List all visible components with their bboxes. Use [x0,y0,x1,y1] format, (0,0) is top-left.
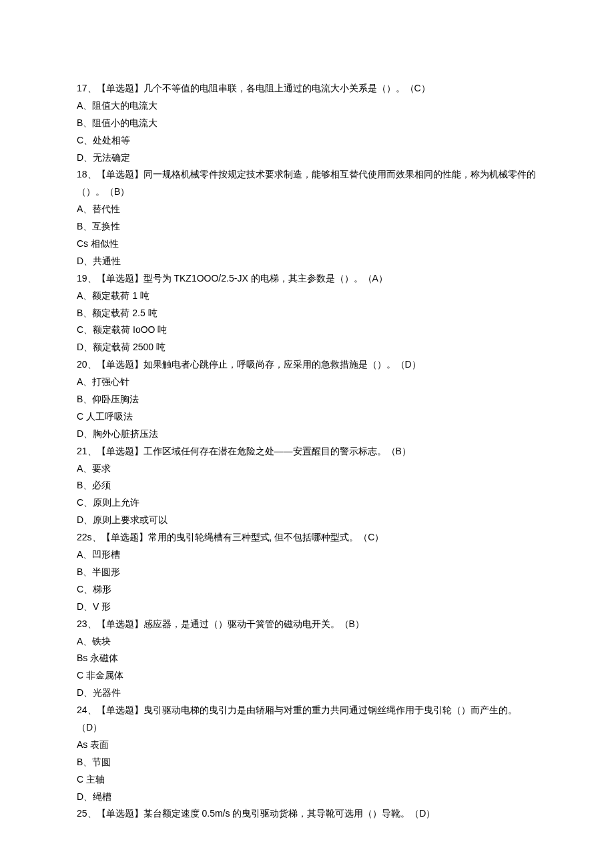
question-stem: 22s、【单选题】常用的曳引轮绳槽有三种型式, 但不包括哪种型式。（C） [77,529,537,546]
option: D、V 形 [77,598,537,616]
option: B、半圆形 [77,564,537,581]
option: A、铁块 [77,633,537,650]
option: A、替代性 [77,201,537,218]
option: C、原则上允许 [77,494,537,512]
option: C 人工呼吸法 [77,408,537,426]
question-stem: 19、【单选题】型号为 TKZ1OOO/2.5-JX 的电梯，其主参数是（）。（… [77,270,537,288]
question-stem: 23、【单选题】感应器，是通过（）驱动干簧管的磁动电开关。（B） [77,616,537,633]
page-container: 17、【单选题】几个不等值的电阻串联，各电阻上通过的电流大小关系是（）。（C）A… [0,0,614,868]
question-block: 18、【单选题】同一规格机械零件按规定技术要求制造，能够相互替代使用而效果相同的… [77,166,537,270]
question-block: 25、【单选题】某台额定速度 0.5m/s 的曳引驱动货梯，其导靴可选用（）导靴… [77,805,537,823]
option: B、额定载荷 2.5 吨 [77,305,537,322]
option: D、共通性 [77,253,537,270]
question-number: 17 [77,83,87,93]
question-block: 19、【单选题】型号为 TKZ1OOO/2.5-JX 的电梯，其主参数是（）。（… [77,270,537,356]
option: A、阻值大的电流大 [77,97,537,115]
question-number: 20 [77,359,87,370]
question-separator: 、 [87,446,97,456]
question-text: 【单选题】常用的曳引轮绳槽有三种型式, 但不包括哪种型式。（C） [101,532,384,542]
question-stem: 25、【单选题】某台额定速度 0.5m/s 的曳引驱动货梯，其导靴可选用（）导靴… [77,805,537,823]
question-text: 【单选题】如果触电者心跳停止，呼吸尚存，应采用的急救措施是（）。（D） [97,359,421,370]
question-block: 22s、【单选题】常用的曳引轮绳槽有三种型式, 但不包括哪种型式。（C）A、凹形… [77,529,537,615]
question-block: 17、【单选题】几个不等值的电阻串联，各电阻上通过的电流大小关系是（）。（C）A… [77,80,537,166]
question-text: 【单选题】同一规格机械零件按规定技术要求制造，能够相互替代使用而效果相同的性能，… [77,169,536,197]
option: C 非金属体 [77,667,537,685]
question-separator: 、 [87,273,97,284]
option: C、额定载荷 IoOO 吨 [77,322,537,339]
question-text: 【单选题】某台额定速度 0.5m/s 的曳引驱动货梯，其导靴可选用（）导靴。（D… [97,808,436,819]
option: D、绳槽 [77,789,537,806]
question-text: 【单选题】工作区域任何存在潜在危险之处——安置醒目的警示标志。（B） [97,446,411,456]
question-stem: 17、【单选题】几个不等值的电阻串联，各电阻上通过的电流大小关系是（）。（C） [77,80,537,97]
option: A、打强心针 [77,374,537,391]
question-stem: 24、【单选题】曳引驱动电梯的曳引力是由轿厢与对重的重力共同通过钢丝绳作用于曳引… [77,702,537,737]
question-text: 【单选题】曳引驱动电梯的曳引力是由轿厢与对重的重力共同通过钢丝绳作用于曳引轮（）… [77,705,517,733]
option: B、必须 [77,477,537,494]
question-stem: 18、【单选题】同一规格机械零件按规定技术要求制造，能够相互替代使用而效果相同的… [77,166,537,201]
option: B、阻值小的电流大 [77,115,537,132]
question-separator: 、 [87,83,97,93]
option: D、光器件 [77,685,537,702]
question-text: 【单选题】几个不等值的电阻串联，各电阻上通过的电流大小关系是（）。（C） [97,83,430,93]
option: D、原则上要求或可以 [77,512,537,529]
question-separator: 、 [87,705,97,715]
option: A、额定载荷 1 吨 [77,288,537,305]
option: A、凹形槽 [77,546,537,564]
option: A、要求 [77,460,537,478]
question-stem: 20、【单选题】如果触电者心跳停止，呼吸尚存，应采用的急救措施是（）。（D） [77,356,537,374]
question-number: 24 [77,705,87,715]
question-separator: 、 [92,532,101,542]
question-stem: 21、【单选题】工作区域任何存在潜在危险之处——安置醒目的警示标志。（B） [77,443,537,460]
question-number: 18 [77,169,87,179]
question-separator: 、 [87,618,97,629]
option: B、仰卧压胸法 [77,391,537,408]
questions-list: 17、【单选题】几个不等值的电阻串联，各电阻上通过的电流大小关系是（）。（C）A… [77,80,537,823]
question-block: 21、【单选题】工作区域任何存在潜在危险之处——安置醒目的警示标志。（B）A、要… [77,443,537,529]
option: C、处处相等 [77,132,537,149]
option: B、节圆 [77,754,537,771]
question-text: 【单选题】感应器，是通过（）驱动干簧管的磁动电开关。（B） [97,618,364,629]
question-number: 23 [77,618,87,629]
option: B、互换性 [77,218,537,236]
option: C 主轴 [77,771,537,789]
question-number: 25 [77,808,87,819]
question-separator: 、 [87,808,97,819]
question-separator: 、 [87,169,97,179]
option: Bs 永磁体 [77,650,537,667]
option: D、胸外心脏挤压法 [77,426,537,443]
option: Cs 相似性 [77,236,537,253]
option: D、无法确定 [77,149,537,167]
option: C、梯形 [77,581,537,598]
question-text: 【单选题】型号为 TKZ1OOO/2.5-JX 的电梯，其主参数是（）。（A） [97,273,388,284]
option: As 表面 [77,737,537,754]
question-separator: 、 [87,359,97,370]
question-block: 23、【单选题】感应器，是通过（）驱动干簧管的磁动电开关。（B）A、铁块Bs 永… [77,616,537,702]
question-number: 19 [77,273,87,284]
question-block: 24、【单选题】曳引驱动电梯的曳引力是由轿厢与对重的重力共同通过钢丝绳作用于曳引… [77,702,537,805]
question-number: 22s [77,532,92,542]
question-block: 20、【单选题】如果触电者心跳停止，呼吸尚存，应采用的急救措施是（）。（D）A、… [77,356,537,442]
question-number: 21 [77,446,87,456]
option: D、额定载荷 2500 吨 [77,339,537,356]
